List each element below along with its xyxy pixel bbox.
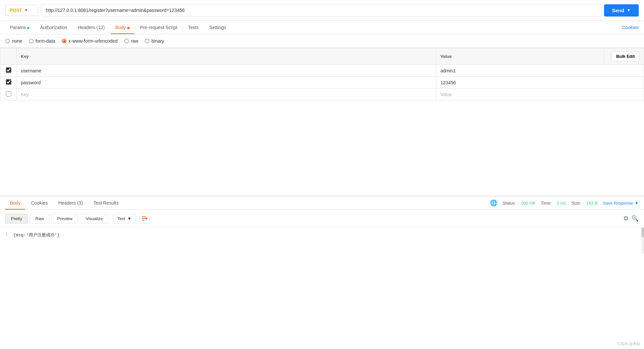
row1-value-cell [436,65,644,77]
tab-settings[interactable]: Settings [205,21,231,34]
method-selector[interactable]: POST ▼ [5,5,38,16]
format-visualize-button[interactable]: Visualize [80,214,108,223]
tab-headers[interactable]: Headers (12) [73,21,109,34]
text-dropdown-chevron-icon: ▼ [127,216,132,221]
response-tab-body[interactable]: Body [5,196,25,210]
kv-header-bulkedit: Bulk Edit [604,48,644,65]
save-response-chevron-icon: ▼ [634,201,639,206]
params-dot [27,27,29,29]
radio-circle-none [5,39,10,43]
kv-table: Key Value Bulk Edit [0,48,644,100]
row3-value-input[interactable] [440,92,640,97]
row2-key-input[interactable] [21,80,432,85]
cookies-link[interactable]: Cookies [622,25,639,30]
tab-tests[interactable]: Tests [183,21,203,34]
send-chevron-icon: ▼ [627,8,631,13]
format-preview-button[interactable]: Preview [52,214,78,223]
radio-circle-form-data [29,39,33,43]
response-tab-testresults[interactable]: Test Results [89,196,123,210]
time-value: 2 ms [557,201,566,206]
search-response-icon[interactable]: 🔍 [631,215,639,222]
row1-checkbox[interactable] [6,67,11,73]
size-value: 143 B [586,201,597,206]
table-row [0,77,644,89]
status-label: Status: [503,201,516,206]
tab-params[interactable]: Params [5,21,34,34]
response-line-1: 1 {msg:'用户注册成功'} [5,231,639,239]
response-tabs-bar: Body Cookies Headers (3) Test Results 🌐 … [0,196,644,210]
tab-authorization[interactable]: Authorization [35,21,72,34]
radio-binary[interactable]: binary [145,38,164,44]
format-raw-button[interactable]: Raw [30,214,50,223]
size-label: Size: [571,201,581,206]
row2-value-input[interactable] [440,80,640,85]
table-row [0,65,644,77]
tab-prerequest[interactable]: Pre-request Script [136,21,182,34]
wrap-icon [141,215,148,221]
method-label: POST [10,8,22,13]
radio-circle-binary [145,39,149,43]
bulk-edit-button[interactable]: Bulk Edit [611,52,640,61]
row1-value-input[interactable] [440,68,640,73]
time-label: Time: [541,201,551,206]
save-response-button[interactable]: Save Response ▼ [603,201,639,206]
row3-key-input[interactable] [21,92,432,97]
tab-body[interactable]: Body [111,21,134,34]
body-type-selector: none form-data x-www-form-urlencoded raw… [0,34,644,48]
radio-circle-urlencoded [62,39,66,43]
radio-none[interactable]: none [5,38,22,44]
url-input[interactable] [41,4,601,17]
format-pretty-button[interactable]: Pretty [5,214,28,223]
row3-checkbox-cell [0,89,17,100]
response-tab-headers[interactable]: Headers (3) [54,196,88,210]
row2-value-cell [436,77,644,89]
response-status-area: 🌐 Status: 200 OK Time: 2 ms Size: 143 B … [490,199,639,207]
wrap-button[interactable] [139,213,150,224]
kv-header-value: Value [436,48,604,65]
kv-header-checkbox [0,48,17,65]
scrollbar-track[interactable] [641,227,644,254]
response-code-1: {msg:'用户注册成功'} [13,232,60,238]
response-body: 1 {msg:'用户注册成功'} [0,227,644,243]
request-tabs: Params Authorization Headers (12) Body P… [0,21,644,34]
radio-raw[interactable]: raw [124,38,139,44]
globe-icon: 🌐 [490,199,497,207]
row1-checkbox-cell [0,65,17,77]
copy-response-icon[interactable]: ⧉ [624,215,628,222]
watermark: CSDN @求知 [618,341,640,346]
response-tab-cookies[interactable]: Cookies [26,196,53,210]
format-tabs: Pretty Raw Preview Visualize Text ▼ ⧉ 🔍 [0,210,644,227]
row2-key-cell [17,77,436,89]
table-row [0,89,644,100]
row3-key-cell [17,89,436,100]
method-chevron-icon: ▼ [24,8,28,13]
status-value: 200 OK [521,201,536,206]
row1-key-cell [17,65,436,77]
send-button[interactable]: Send ▼ [604,4,639,17]
row2-checkbox-cell [0,77,17,89]
response-section: Body Cookies Headers (3) Test Results 🌐 … [0,196,644,349]
text-format-dropdown[interactable]: Text ▼ [113,214,136,223]
spacer [0,100,644,196]
response-actions: ⧉ 🔍 [624,215,639,222]
send-label: Send [612,8,624,13]
row3-checkbox[interactable] [6,91,11,97]
response-body-wrapper: 1 {msg:'用户注册成功'} [0,227,644,254]
radio-x-www-form-urlencoded[interactable]: x-www-form-urlencoded [62,38,118,44]
line-number-1: 1 [5,232,8,237]
url-bar: POST ▼ Send ▼ [0,0,644,21]
row3-value-cell [436,89,644,100]
scrollbar-thumb[interactable] [641,227,644,237]
row2-checkbox[interactable] [6,79,11,85]
radio-circle-raw [124,39,129,43]
body-dot [127,27,130,29]
row1-key-input[interactable] [21,68,432,73]
radio-form-data[interactable]: form-data [29,38,55,44]
kv-header-key: Key [17,48,436,65]
